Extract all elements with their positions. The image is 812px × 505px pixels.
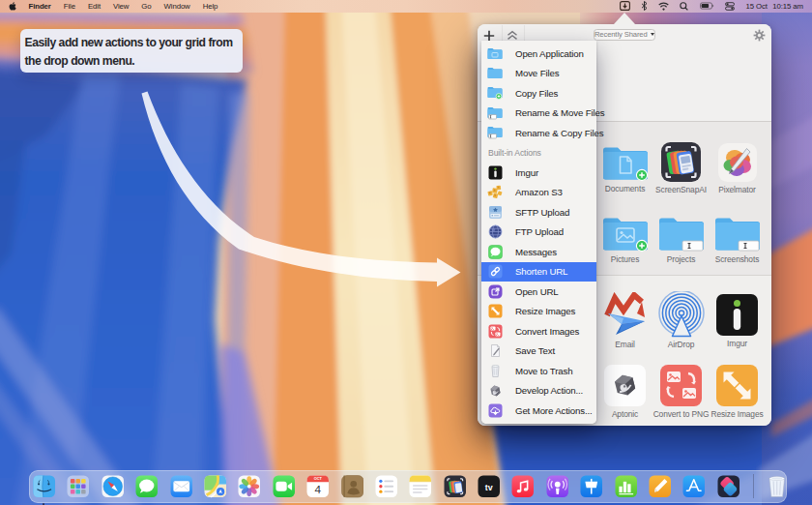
menu-item-label: FTP Upload	[515, 226, 564, 237]
grid-item-label: AirDrop	[668, 340, 695, 349]
menu-item-copy-files[interactable]: Copy Files	[481, 83, 596, 104]
menu-view[interactable]: View	[106, 0, 134, 13]
action-convert-to-png[interactable]: Convert to PNG	[654, 364, 709, 419]
dock-music-icon[interactable]	[511, 475, 535, 498]
grid-item-label: Pixelmator	[718, 185, 756, 194]
dock: OCT4 tv	[29, 470, 787, 503]
menu-item-develop-action[interactable]: Develop Action...	[481, 381, 596, 401]
menu-item-open-application[interactable]: Open Application	[481, 44, 596, 64]
dock-numbers-icon[interactable]	[615, 475, 638, 498]
resize-arrows-icon	[715, 364, 759, 407]
dropzone-menubar-icon[interactable]	[614, 0, 635, 13]
wifi-icon[interactable]	[653, 0, 675, 13]
menu-item-rename-move-files[interactable]: Rename & Move Files	[481, 104, 596, 124]
menu-item-amazon-s3[interactable]: Amazon S3	[481, 183, 596, 203]
menu-go[interactable]: Go	[135, 0, 158, 13]
menu-item-imgur[interactable]: Imgur	[481, 163, 596, 183]
grid-item-label: Resize Images	[710, 409, 763, 419]
menu-item-label: Move Files	[515, 68, 559, 78]
dock-shortcuts-icon[interactable]	[717, 475, 740, 498]
convert-png-icon	[659, 364, 703, 407]
menu-item-get-more-actions[interactable]: Get More Actions...	[481, 401, 596, 421]
dock-notes-icon[interactable]	[409, 475, 432, 498]
menu-item-label: Rename & Move Files	[515, 107, 604, 118]
dock-finder-icon[interactable]	[33, 475, 56, 498]
menu-bar-time: 10:15 am	[772, 2, 803, 11]
drop-target-projects[interactable]: Projects	[654, 214, 709, 264]
save-text-icon	[487, 343, 503, 359]
dock-safari-icon[interactable]	[102, 475, 125, 498]
dock-appstore-icon[interactable]	[682, 475, 706, 498]
menu-item-resize-images[interactable]: Resize Images	[481, 302, 596, 322]
menu-item-sftp-upload[interactable]: SFTP Upload	[481, 202, 596, 223]
callout-line-1: Easily add new actions to your grid from	[25, 34, 240, 52]
battery-icon[interactable]	[694, 0, 719, 13]
menu-bar-date: 15 Oct	[745, 2, 767, 11]
popover-notch	[614, 13, 635, 24]
dock-keynote-icon[interactable]	[580, 475, 603, 498]
action-aptonic[interactable]: Aptonic	[598, 364, 652, 419]
dock-tv-icon[interactable]: tv	[478, 475, 501, 498]
drop-target-pixelmator[interactable]: Pixelmator	[710, 142, 765, 194]
imgur-app-icon	[715, 293, 759, 337]
dock-photos-icon[interactable]	[238, 475, 261, 498]
grid-item-label: Aptonic	[612, 409, 638, 419]
menu-item-label: Amazon S3	[515, 187, 563, 197]
callout-line-2: the drop down menu.	[25, 52, 240, 71]
add-action-button[interactable]	[483, 30, 495, 42]
dock-maps-icon[interactable]	[204, 475, 227, 498]
menu-app-name[interactable]: Finder	[22, 0, 57, 13]
bluetooth-icon[interactable]	[635, 0, 652, 13]
action-airdrop[interactable]: AirDrop	[654, 291, 709, 349]
dock-screensnapai-icon[interactable]	[444, 475, 467, 498]
drop-target-pictures[interactable]: Pictures	[598, 214, 652, 264]
dock-pages-icon[interactable]	[649, 475, 672, 498]
settings-gear-button[interactable]	[753, 29, 766, 42]
dock-calendar-icon[interactable]: OCT4	[306, 475, 330, 498]
menu-item-messages[interactable]: Messages	[481, 242, 596, 262]
apple-logo-icon[interactable]	[9, 2, 16, 11]
menu-window[interactable]: Window	[158, 0, 196, 13]
svg-text:tv: tv	[485, 483, 493, 492]
menu-item-move-to-trash[interactable]: Move to Trash	[481, 361, 596, 381]
dock-trash-icon[interactable]	[766, 475, 789, 498]
dock-contacts-icon[interactable]	[341, 475, 364, 498]
menu-item-shorten-url[interactable]: Shorten URL	[481, 262, 596, 282]
collapse-button[interactable]	[507, 30, 518, 41]
menu-edit[interactable]: Edit	[81, 0, 106, 13]
menu-help[interactable]: Help	[196, 0, 224, 13]
dock-podcasts-icon[interactable]	[546, 475, 569, 498]
spotlight-search-icon[interactable]	[675, 0, 694, 13]
action-email[interactable]: Email	[598, 292, 652, 349]
recently-shared-dropdown[interactable]: Recently Shared	[594, 29, 656, 42]
menu-item-move-files[interactable]: Move Files	[481, 64, 596, 84]
dropdown-caret-icon	[651, 33, 654, 36]
drop-target-documents[interactable]: Documents	[598, 143, 652, 193]
dock-facetime-icon[interactable]	[273, 475, 296, 498]
control-center-icon[interactable]	[719, 0, 740, 13]
dock-calendar-month: OCT	[314, 476, 323, 481]
action-resize-images[interactable]: Resize Images	[710, 364, 765, 419]
open-url-icon	[487, 283, 503, 299]
dock-launchpad-icon[interactable]	[67, 475, 90, 498]
menu-item-convert-images[interactable]: Convert Images	[481, 321, 596, 342]
action-imgur[interactable]: Imgur	[710, 293, 765, 348]
menu-file[interactable]: File	[57, 0, 81, 13]
menu-item-open-url[interactable]: Open URL	[481, 282, 596, 302]
menu-bar-clock[interactable]: 15 Oct 10:15 am	[740, 2, 812, 11]
dock-mail-icon[interactable]	[170, 475, 193, 498]
menu-item-label: Copy Files	[515, 88, 558, 99]
blue-folder-icon	[487, 45, 503, 61]
dock-messages-icon[interactable]	[135, 475, 159, 498]
screensnap-app-icon	[660, 141, 702, 183]
menu-item-rename-copy-files[interactable]: Rename & Copy Files	[481, 123, 596, 143]
grid-item-label: ScreenSnapAI	[655, 185, 707, 194]
drop-target-screenshots[interactable]: Screenshots	[710, 214, 765, 264]
menu-item-save-text[interactable]: Save Text	[481, 342, 596, 362]
drop-target-screensnapai[interactable]: ScreenSnapAI	[654, 141, 709, 194]
menu-item-ftp-upload[interactable]: FTP Upload	[481, 223, 596, 243]
menu-item-label: Move to Trash	[515, 366, 572, 376]
convert-images-icon	[487, 323, 503, 339]
dock-reminders-icon[interactable]	[375, 475, 398, 498]
aptonic-cube-icon	[603, 364, 647, 407]
